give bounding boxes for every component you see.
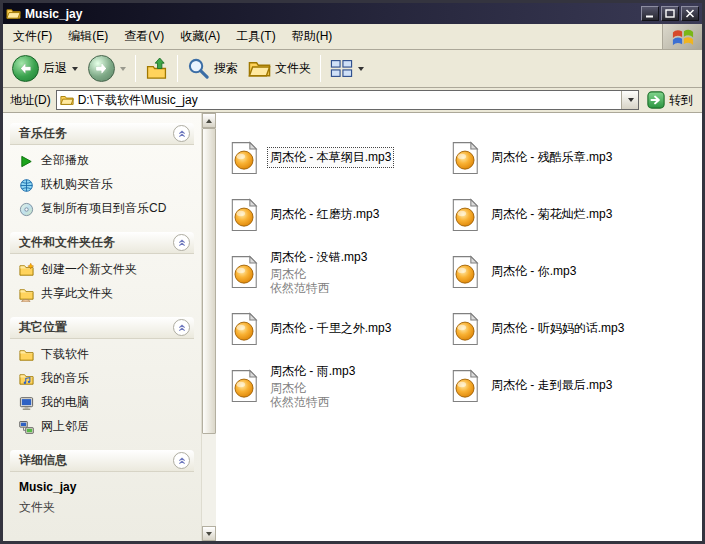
address-input[interactable]: D:\下载软件\Music_jay — [56, 90, 639, 110]
collapse-chevron-icon[interactable] — [173, 319, 190, 336]
go-button[interactable]: 转到 — [644, 90, 698, 110]
place-label: 下载软件 — [41, 347, 89, 363]
task-play-all[interactable]: 全部播放 — [19, 153, 192, 169]
address-folder-icon — [60, 93, 74, 107]
section-header-music-tasks[interactable]: 音乐任务 — [10, 123, 194, 145]
file-name: 周杰伦 - 残酷乐章.mp3 — [489, 148, 614, 167]
details-folder-name: Music_jay — [19, 480, 192, 494]
file-tile[interactable]: 周杰伦 - 本草纲目.mp3 — [227, 129, 448, 186]
window-controls — [641, 6, 699, 21]
menu-bar: 文件(F) 编辑(E) 查看(V) 收藏(A) 工具(T) 帮助(H) — [3, 24, 702, 50]
scroll-down-button[interactable] — [202, 526, 216, 541]
file-tile[interactable]: 周杰伦 - 没错.mp3 周杰伦 依然范特西 — [227, 243, 448, 300]
up-button[interactable] — [141, 55, 172, 82]
mp3-file-icon — [227, 198, 261, 232]
file-name: 周杰伦 - 走到最后.mp3 — [489, 376, 614, 395]
place-my-music[interactable]: 我的音乐 — [19, 371, 192, 387]
play-all-icon — [19, 154, 34, 169]
task-share-folder[interactable]: 共享此文件夹 — [19, 286, 192, 302]
file-tile[interactable]: 周杰伦 - 你.mp3 — [448, 243, 702, 300]
file-tile[interactable]: 周杰伦 - 走到最后.mp3 — [448, 357, 702, 414]
folders-icon — [248, 57, 271, 80]
file-name: 周杰伦 - 听妈妈的话.mp3 — [489, 319, 626, 338]
file-tile[interactable]: 周杰伦 - 残酷乐章.mp3 — [448, 129, 702, 186]
section-other-places: 其它位置 下载软件 我的音乐 我的电脑 — [10, 317, 194, 437]
menu-tools[interactable]: 工具(T) — [228, 24, 283, 49]
place-network[interactable]: 网上邻居 — [19, 419, 192, 435]
toolbar: 后退 搜索 文件夹 — [3, 50, 702, 88]
folders-button[interactable]: 文件夹 — [244, 55, 315, 82]
file-tile[interactable]: 周杰伦 - 千里之外.mp3 — [227, 300, 448, 357]
file-tile[interactable]: 周杰伦 - 红磨坊.mp3 — [227, 186, 448, 243]
section-title: 音乐任务 — [19, 125, 67, 142]
file-tile[interactable]: 周杰伦 - 菊花灿烂.mp3 — [448, 186, 702, 243]
collapse-chevron-icon[interactable] — [173, 452, 190, 469]
task-copy-to-cd[interactable]: 复制所有项目到音乐CD — [19, 201, 192, 217]
mp3-file-icon — [227, 312, 261, 346]
toolbar-separator — [320, 55, 321, 82]
file-name: 周杰伦 - 千里之外.mp3 — [268, 319, 393, 338]
scrollbar-thumb[interactable] — [202, 128, 216, 434]
up-folder-icon — [145, 57, 168, 80]
menu-edit[interactable]: 编辑(E) — [60, 24, 116, 49]
file-list-area: 周杰伦 - 本草纲目.mp3 周杰伦 - 红磨坊.mp3 周杰伦 - 没错.mp… — [216, 113, 702, 541]
section-header-details[interactable]: 详细信息 — [10, 450, 194, 472]
task-label: 共享此文件夹 — [41, 286, 113, 302]
windows-flag-icon — [670, 26, 696, 48]
file-name: 周杰伦 - 本草纲目.mp3 — [268, 148, 393, 167]
section-title: 文件和文件夹任务 — [19, 234, 115, 251]
section-details: 详细信息 Music_jay 文件夹 — [10, 450, 194, 518]
section-title: 其它位置 — [19, 319, 67, 336]
menu-file[interactable]: 文件(F) — [5, 24, 60, 49]
maximize-button[interactable] — [661, 6, 679, 21]
file-tile[interactable]: 周杰伦 - 雨.mp3 周杰伦 依然范特西 — [227, 357, 448, 414]
scroll-up-button[interactable] — [202, 113, 216, 128]
menu-view[interactable]: 查看(V) — [116, 24, 172, 49]
shop-online-icon — [19, 178, 34, 193]
menu-favorites[interactable]: 收藏(A) — [172, 24, 228, 49]
minimize-button[interactable] — [641, 6, 659, 21]
forward-button[interactable] — [84, 53, 130, 84]
search-button[interactable]: 搜索 — [183, 55, 242, 82]
forward-dropdown-icon — [120, 67, 126, 71]
collapse-chevron-icon[interactable] — [173, 125, 190, 142]
file-tile[interactable]: 周杰伦 - 听妈妈的话.mp3 — [448, 300, 702, 357]
scroll-down-icon — [206, 532, 212, 536]
main-area: 音乐任务 全部播放 联机购买音乐 复制所有项目到音乐CD — [3, 113, 702, 541]
computer-icon — [19, 396, 34, 411]
back-dropdown-icon — [72, 67, 78, 71]
section-header-file-tasks[interactable]: 文件和文件夹任务 — [10, 232, 194, 254]
place-my-computer[interactable]: 我的电脑 — [19, 395, 192, 411]
mp3-file-icon — [227, 141, 261, 175]
close-icon — [685, 9, 695, 18]
mp3-file-icon — [448, 312, 482, 346]
mp3-file-icon — [448, 198, 482, 232]
menu-help[interactable]: 帮助(H) — [284, 24, 341, 49]
section-header-other-places[interactable]: 其它位置 — [10, 317, 194, 339]
file-name: 周杰伦 - 没错.mp3 — [268, 248, 369, 267]
go-icon — [647, 91, 665, 109]
file-grid: 周杰伦 - 本草纲目.mp3 周杰伦 - 红磨坊.mp3 周杰伦 - 没错.mp… — [227, 129, 702, 414]
sidebar-scrollbar[interactable] — [201, 113, 216, 541]
close-button[interactable] — [681, 6, 699, 21]
place-label: 我的音乐 — [41, 371, 89, 387]
address-dropdown-button[interactable] — [621, 91, 638, 109]
forward-icon — [88, 55, 115, 82]
place-download-folder[interactable]: 下载软件 — [19, 347, 192, 363]
new-folder-icon — [19, 263, 34, 278]
place-label: 网上邻居 — [41, 419, 89, 435]
collapse-chevron-icon[interactable] — [173, 234, 190, 251]
scrollbar-track[interactable] — [202, 128, 216, 526]
search-label: 搜索 — [214, 60, 238, 77]
music-folder-icon — [19, 372, 34, 387]
task-shop-music-online[interactable]: 联机购买音乐 — [19, 177, 192, 193]
details-folder-type: 文件夹 — [19, 499, 192, 516]
go-label: 转到 — [669, 92, 693, 109]
file-artist: 周杰伦 — [268, 267, 369, 281]
place-label: 我的电脑 — [41, 395, 89, 411]
task-new-folder[interactable]: 创建一个新文件夹 — [19, 262, 192, 278]
back-button[interactable]: 后退 — [8, 53, 82, 84]
section-body: 创建一个新文件夹 共享此文件夹 — [10, 254, 194, 304]
views-button[interactable] — [326, 55, 368, 82]
address-bar: 地址(D) D:\下载软件\Music_jay 转到 — [3, 88, 702, 113]
